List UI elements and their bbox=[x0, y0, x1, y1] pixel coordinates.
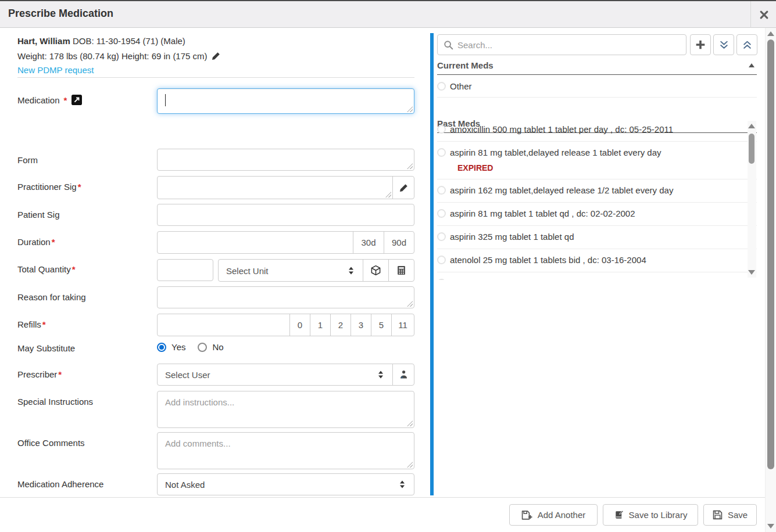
pencil-icon bbox=[399, 184, 408, 192]
med-radio[interactable] bbox=[437, 125, 446, 134]
med-radio[interactable] bbox=[437, 148, 446, 157]
med-text: atenolol 25 mg tablet 1 tablets bid , dc… bbox=[450, 254, 646, 266]
unit-select[interactable]: Select Unit bbox=[219, 260, 363, 281]
unit-package-button[interactable] bbox=[363, 260, 388, 281]
medication-adherence-select[interactable]: Not Asked bbox=[157, 473, 414, 495]
med-text: aspirin 81 mg tablet 1 tablet qd , dc: 0… bbox=[450, 207, 635, 220]
past-meds-list: amoxicillin 500 mg tablet 1 tablet per d… bbox=[437, 118, 757, 280]
footer-divider bbox=[0, 497, 765, 498]
office-comments-input[interactable]: Add comments... bbox=[157, 432, 414, 469]
unit-select-value: Select Unit bbox=[226, 265, 269, 275]
scroll-up-arrow[interactable] bbox=[767, 31, 774, 36]
refills-5-button[interactable]: 5 bbox=[371, 314, 391, 336]
med-radio[interactable] bbox=[437, 256, 446, 264]
refills-0-button[interactable]: 0 bbox=[289, 314, 310, 336]
past-med-item[interactable]: aspirin 162 mg tablet,delayed release 1/… bbox=[437, 179, 757, 203]
may-substitute-yes-label: Yes bbox=[171, 342, 185, 352]
may-substitute-no-radio[interactable] bbox=[198, 343, 207, 352]
total-quantity-input[interactable] bbox=[157, 259, 213, 281]
add-another-button[interactable]: Add Another bbox=[509, 504, 598, 526]
prescribe-medication-dialog: Prescribe Medication Hart, William DOB: … bbox=[0, 0, 776, 532]
new-pdmp-request-link[interactable]: New PDMP request bbox=[17, 65, 94, 75]
prescriber-select[interactable]: Select User bbox=[158, 364, 392, 385]
save-button[interactable]: Save bbox=[703, 504, 757, 526]
save-to-library-button[interactable]: Save to Library bbox=[603, 504, 698, 526]
doctor-user-icon bbox=[399, 370, 408, 379]
current-med-item-other[interactable]: Other bbox=[437, 75, 757, 98]
may-substitute-yes-radio[interactable] bbox=[157, 343, 166, 352]
duration-input[interactable] bbox=[158, 232, 353, 253]
reason-input[interactable] bbox=[157, 286, 414, 308]
chevron-double-up-icon bbox=[742, 40, 752, 50]
med-radio[interactable] bbox=[437, 209, 446, 218]
meds-search-placeholder: Search... bbox=[457, 40, 492, 50]
expand-all-button[interactable] bbox=[713, 34, 734, 55]
patient-metrics: Weight: 178 lbs (80.74 kg) Height: 69 in… bbox=[17, 51, 208, 61]
scroll-down-arrow[interactable] bbox=[748, 270, 755, 275]
medication-adherence-label: Medication Adherence bbox=[17, 479, 103, 489]
past-med-item[interactable]: aspirin 81 mg tablet 1 tablet qd , dc: 0… bbox=[437, 203, 757, 226]
practitioner-sig-input[interactable] bbox=[158, 177, 392, 199]
practitioner-sig-group bbox=[157, 176, 414, 199]
past-med-item[interactable]: amoxicillin 500 mg tablet 1 tablet per d… bbox=[437, 118, 757, 142]
form-label: Form bbox=[17, 155, 38, 165]
form-input[interactable] bbox=[157, 149, 414, 171]
refills-1-button[interactable]: 1 bbox=[310, 314, 330, 336]
office-comments-placeholder: Add comments... bbox=[165, 438, 231, 448]
med-radio[interactable] bbox=[437, 186, 446, 195]
past-med-item[interactable]: aspirin 81 mg tablet,delayed release 1 t… bbox=[437, 142, 757, 179]
add-medication-button[interactable] bbox=[690, 34, 711, 55]
cube-icon bbox=[370, 265, 381, 276]
med-radio[interactable] bbox=[437, 82, 446, 91]
med-text: Other bbox=[450, 81, 472, 91]
practitioner-sig-label: Practitioner Sig* bbox=[17, 182, 81, 192]
refills-2-button[interactable]: 2 bbox=[330, 314, 351, 336]
special-instructions-label: Special Instructions bbox=[17, 397, 93, 407]
resize-handle[interactable] bbox=[407, 462, 413, 468]
refills-input[interactable] bbox=[158, 314, 289, 336]
patient-sig-label: Patient Sig bbox=[17, 210, 60, 220]
quantity-calculator-button[interactable] bbox=[388, 260, 414, 281]
practitioner-sig-edit-button[interactable] bbox=[392, 177, 414, 199]
search-icon bbox=[444, 40, 453, 50]
dialog-header: Prescribe Medication bbox=[0, 1, 776, 28]
resize-handle[interactable] bbox=[407, 420, 413, 426]
may-substitute-options: Yes No bbox=[157, 342, 224, 352]
med-text: amoxicillin 500 mg tablet 1 tablet per d… bbox=[450, 123, 673, 135]
duration-90d-button[interactable]: 90d bbox=[384, 232, 414, 253]
resize-handle[interactable] bbox=[407, 301, 413, 307]
patient-sig-input[interactable] bbox=[157, 204, 414, 226]
edit-metrics-pencil-icon[interactable] bbox=[212, 52, 220, 60]
medication-lookup-icon[interactable] bbox=[71, 95, 82, 105]
duration-30d-button[interactable]: 30d bbox=[353, 232, 384, 253]
current-meds-title: Current Meds bbox=[437, 60, 494, 70]
resize-handle[interactable] bbox=[407, 163, 413, 169]
scroll-up-arrow[interactable] bbox=[748, 124, 755, 128]
past-med-item[interactable]: atenolol 25 mg tablet 1 tablets bid , dc… bbox=[437, 249, 757, 272]
prescriber-user-button[interactable] bbox=[392, 364, 414, 385]
refills-3-button[interactable]: 3 bbox=[351, 314, 371, 336]
resize-handle[interactable] bbox=[407, 106, 413, 112]
past-med-item[interactable]: bicillin tablet 250 mg 1 tablet tid bbox=[437, 272, 757, 280]
meds-search-input[interactable]: Search... bbox=[437, 34, 686, 55]
save-floppy-icon bbox=[713, 510, 723, 520]
past-meds-scrollbar[interactable] bbox=[748, 121, 756, 278]
close-button[interactable] bbox=[752, 1, 775, 28]
resize-handle[interactable] bbox=[385, 192, 391, 197]
text-caret bbox=[165, 94, 166, 106]
add-another-label: Add Another bbox=[538, 510, 586, 520]
med-radio[interactable] bbox=[437, 232, 446, 241]
medication-input[interactable] bbox=[157, 88, 414, 114]
office-comments-label: Office Comments bbox=[17, 438, 85, 448]
scroll-down-arrow[interactable] bbox=[767, 524, 774, 529]
scrollbar-thumb[interactable] bbox=[767, 39, 774, 469]
dialog-scrollbar[interactable] bbox=[765, 28, 776, 532]
special-instructions-input[interactable]: Add instructions... bbox=[157, 391, 414, 428]
med-radio[interactable] bbox=[437, 279, 446, 280]
refills-11-button[interactable]: 11 bbox=[391, 314, 414, 336]
collapse-all-button[interactable] bbox=[736, 34, 757, 55]
current-meds-section-header[interactable]: Current Meds bbox=[437, 60, 757, 75]
reason-label: Reason for taking bbox=[17, 292, 86, 302]
scrollbar-thumb[interactable] bbox=[749, 134, 754, 164]
past-med-item[interactable]: aspirin 325 mg tablet 1 tablet qd bbox=[437, 226, 757, 249]
